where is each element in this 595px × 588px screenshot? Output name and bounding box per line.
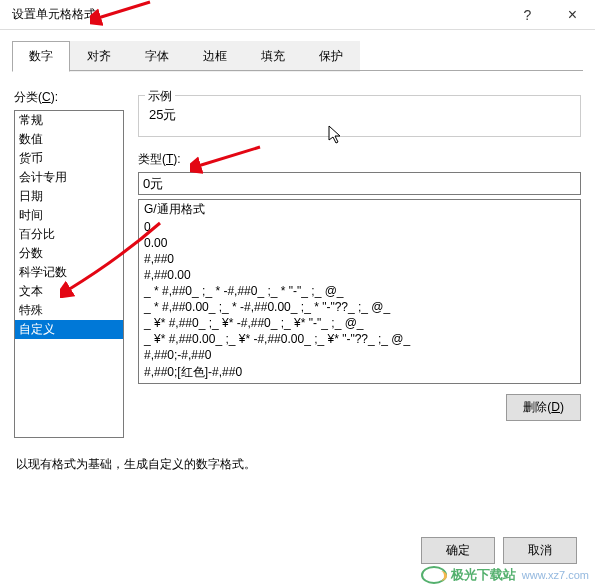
- type-item[interactable]: _ * #,##0.00_ ;_ * -#,##0.00_ ;_ * "-"??…: [139, 299, 580, 315]
- tab-font[interactable]: 字体: [128, 41, 186, 72]
- close-button[interactable]: ×: [550, 0, 595, 30]
- category-item-date[interactable]: 日期: [15, 187, 123, 206]
- category-item-text[interactable]: 文本: [15, 282, 123, 301]
- watermark-name: 极光下载站: [451, 566, 516, 584]
- category-item-general[interactable]: 常规: [15, 111, 123, 130]
- type-item[interactable]: _ ¥* #,##0.00_ ;_ ¥* -#,##0.00_ ;_ ¥* "-…: [139, 331, 580, 347]
- help-button[interactable]: ?: [505, 0, 550, 30]
- tab-border[interactable]: 边框: [186, 41, 244, 72]
- category-item-number[interactable]: 数值: [15, 130, 123, 149]
- category-item-fraction[interactable]: 分数: [15, 244, 123, 263]
- category-item-custom[interactable]: 自定义: [15, 320, 123, 339]
- category-label: 分类(C):: [14, 89, 124, 106]
- window-title: 设置单元格格式: [12, 6, 505, 23]
- category-item-scientific[interactable]: 科学记数: [15, 263, 123, 282]
- type-item[interactable]: #,##0;[红色]-#,##0: [139, 363, 580, 382]
- category-item-currency[interactable]: 货币: [15, 149, 123, 168]
- category-item-percentage[interactable]: 百分比: [15, 225, 123, 244]
- example-label: 示例: [145, 88, 175, 105]
- tab-protection[interactable]: 保护: [302, 41, 360, 72]
- category-panel: 分类(C): 常规 数值 货币 会计专用 日期 时间 百分比 分数 科学记数 文…: [14, 89, 124, 438]
- watermark: 极光下载站 www.xz7.com: [421, 566, 589, 584]
- category-item-time[interactable]: 时间: [15, 206, 123, 225]
- format-detail-panel: 示例 25元 类型(T): G/通用格式 0 0.00 #,##0 #,##0.…: [138, 89, 581, 438]
- type-item[interactable]: _ * #,##0_ ;_ * -#,##0_ ;_ * "-"_ ;_ @_: [139, 283, 580, 299]
- watermark-url: www.xz7.com: [522, 569, 589, 581]
- type-item[interactable]: #,##0;-#,##0: [139, 347, 580, 363]
- type-item[interactable]: #,##0: [139, 251, 580, 267]
- type-item[interactable]: 0: [139, 219, 580, 235]
- tab-strip: 数字 对齐 字体 边框 填充 保护: [12, 40, 583, 71]
- hint-text: 以现有格式为基础，生成自定义的数字格式。: [16, 456, 579, 473]
- type-list[interactable]: G/通用格式 0 0.00 #,##0 #,##0.00 _ * #,##0_ …: [138, 199, 581, 384]
- type-item[interactable]: #,##0.00: [139, 267, 580, 283]
- category-item-special[interactable]: 特殊: [15, 301, 123, 320]
- type-item[interactable]: _ ¥* #,##0_ ;_ ¥* -#,##0_ ;_ ¥* "-"_ ;_ …: [139, 315, 580, 331]
- content-area: 分类(C): 常规 数值 货币 会计专用 日期 时间 百分比 分数 科学记数 文…: [0, 71, 595, 438]
- type-item[interactable]: G/通用格式: [139, 200, 580, 219]
- watermark-logo-icon: [421, 566, 447, 584]
- tab-alignment[interactable]: 对齐: [70, 41, 128, 72]
- example-group: 示例 25元: [138, 95, 581, 137]
- help-icon: ?: [524, 7, 532, 23]
- tab-fill[interactable]: 填充: [244, 41, 302, 72]
- type-item[interactable]: 0.00: [139, 235, 580, 251]
- type-input[interactable]: [138, 172, 581, 195]
- tab-number[interactable]: 数字: [12, 41, 70, 72]
- category-item-accounting[interactable]: 会计专用: [15, 168, 123, 187]
- titlebar: 设置单元格格式 ? ×: [0, 0, 595, 30]
- example-value: 25元: [147, 106, 572, 124]
- type-label: 类型(T):: [138, 151, 581, 168]
- ok-button[interactable]: 确定: [421, 537, 495, 564]
- cancel-button[interactable]: 取消: [503, 537, 577, 564]
- delete-button[interactable]: 删除(D): [506, 394, 581, 421]
- category-list[interactable]: 常规 数值 货币 会计专用 日期 时间 百分比 分数 科学记数 文本 特殊 自定…: [14, 110, 124, 438]
- dialog-footer: 确定 取消: [421, 537, 577, 564]
- close-icon: ×: [568, 6, 577, 24]
